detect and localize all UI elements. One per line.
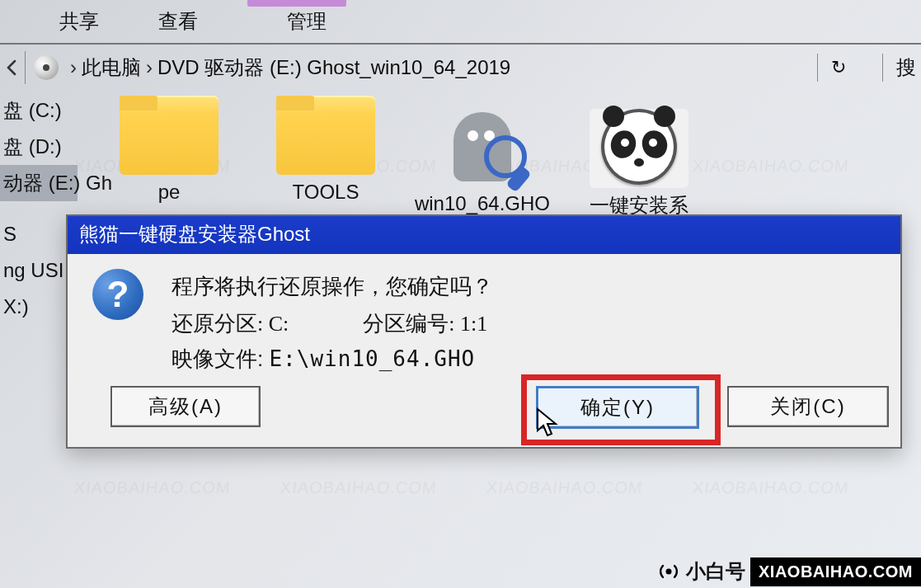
brand-cn: 小白号 [686,558,745,585]
drive-icon [34,55,59,80]
ghost-icon [433,107,532,186]
search-box[interactable]: 搜 [896,54,921,81]
breadcrumb-sep: › [70,56,77,79]
close-button[interactable]: 关闭(C) [727,386,889,427]
tab-share[interactable]: 共享 [59,8,99,35]
folder-icon [120,96,219,175]
address-divider [817,54,818,82]
ribbon-divider [0,43,921,45]
breadcrumb-drive[interactable]: DVD 驱动器 (E:) Ghost_win10_64_2019 [157,54,510,81]
address-bar: › 此电脑 › DVD 驱动器 (E:) Ghost_win10_64_2019… [0,49,921,86]
nav-dvd-e[interactable]: 动器 (E:) Gh [0,165,78,201]
contextual-tab-highlight [247,0,346,7]
panda-icon [590,109,688,188]
brand-en: XIAOBAIHAO.COM [750,557,921,586]
confirm-text: 程序将执行还原操作，您确定吗？ [172,269,493,303]
folder-icon [276,96,375,175]
footer-watermark: 小白号 XIAOBAIHAO.COM [656,555,921,588]
search-placeholder: 搜 [896,54,916,81]
tab-manage[interactable]: 管理 [287,8,327,35]
dialog-message: 程序将执行还原操作，您确定吗？ 还原分区: C: 分区编号: 1:1 映像文件:… [172,269,493,376]
file-label: pe [99,180,239,205]
file-label: TOOLS [256,180,396,205]
address-divider [882,54,883,82]
tab-view[interactable]: 查看 [158,8,198,35]
ribbon-bar: 共享 查看 管理 [0,0,921,43]
svg-point-0 [666,569,672,575]
dialog-title: 熊猫一键硬盘安装器Ghost [68,216,900,254]
nav-back-button[interactable] [3,51,26,84]
mouse-cursor [536,407,561,439]
breadcrumb-sep: › [146,56,153,79]
nav-drive-d[interactable]: 盘 (D:) [0,129,78,165]
question-icon: ? [92,269,143,320]
refresh-button[interactable]: ↻ [831,57,846,78]
nav-drive-c[interactable]: 盘 (C:) [0,92,78,129]
advanced-button[interactable]: 高级(A) [110,386,261,427]
file-label: win10_64.GHO [412,191,552,216]
confirm-dialog: 熊猫一键硬盘安装器Ghost ? 程序将执行还原操作，您确定吗？ 还原分区: C… [66,214,902,449]
breadcrumb-this-pc[interactable]: 此电脑 [82,54,141,81]
broadcast-icon [656,559,681,584]
